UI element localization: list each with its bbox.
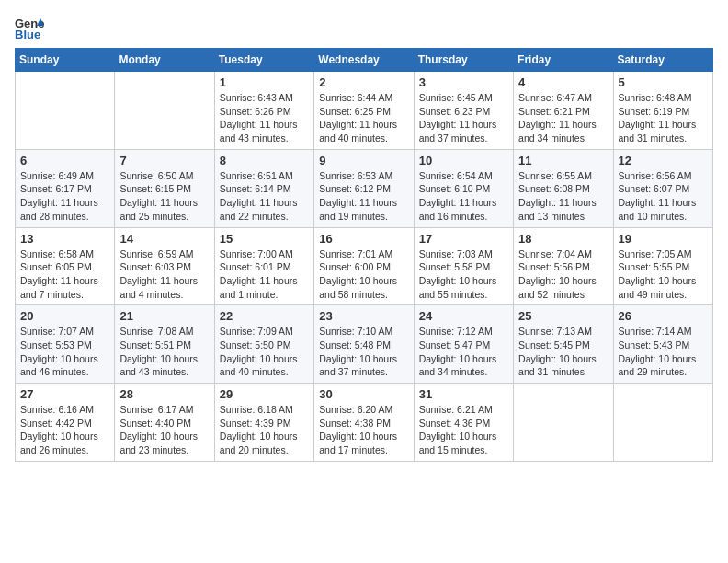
day-info: Sunrise: 6:44 AMSunset: 6:25 PMDaylight:… [319, 91, 408, 145]
day-number: 11 [518, 154, 608, 167]
calendar-cell: 16Sunrise: 7:01 AMSunset: 6:00 PMDayligh… [314, 227, 414, 305]
calendar-cell: 3Sunrise: 6:45 AMSunset: 6:23 PMDaylight… [414, 72, 513, 150]
day-number: 2 [319, 75, 408, 89]
day-number: 30 [319, 387, 408, 401]
day-number: 5 [619, 75, 708, 89]
day-number: 12 [619, 154, 708, 167]
day-number: 14 [119, 232, 209, 246]
day-number: 18 [518, 232, 608, 246]
calendar-cell: 26Sunrise: 7:14 AMSunset: 5:43 PMDayligh… [613, 305, 712, 384]
day-number: 7 [119, 154, 209, 167]
column-header-tuesday: Tuesday [214, 49, 313, 72]
day-info: Sunrise: 7:03 AMSunset: 5:58 PMDaylight:… [419, 247, 508, 302]
calendar-cell: 10Sunrise: 6:54 AMSunset: 6:10 PMDayligh… [414, 149, 513, 227]
calendar-cell: 19Sunrise: 7:05 AMSunset: 5:55 PMDayligh… [613, 227, 712, 305]
calendar-cell: 6Sunrise: 6:49 AMSunset: 6:17 PMDaylight… [16, 149, 115, 227]
day-info: Sunrise: 7:14 AMSunset: 5:43 PMDaylight:… [619, 325, 708, 379]
day-number: 28 [119, 387, 209, 401]
day-info: Sunrise: 6:20 AMSunset: 4:38 PMDaylight:… [319, 403, 408, 457]
calendar-cell: 23Sunrise: 7:10 AMSunset: 5:48 PMDayligh… [314, 305, 414, 384]
day-info: Sunrise: 6:48 AMSunset: 6:19 PMDaylight:… [619, 91, 708, 145]
day-info: Sunrise: 6:56 AMSunset: 6:07 PMDaylight:… [619, 169, 708, 224]
day-number: 19 [619, 232, 708, 246]
column-header-sunday: Sunday [16, 49, 115, 72]
calendar-cell: 27Sunrise: 6:16 AMSunset: 4:42 PMDayligh… [16, 384, 115, 462]
calendar-cell: 9Sunrise: 6:53 AMSunset: 6:12 PMDaylight… [314, 149, 414, 227]
day-info: Sunrise: 6:49 AMSunset: 6:17 PMDaylight:… [20, 169, 109, 224]
calendar-cell: 31Sunrise: 6:21 AMSunset: 4:36 PMDayligh… [414, 384, 513, 462]
day-info: Sunrise: 6:53 AMSunset: 6:12 PMDaylight:… [319, 169, 408, 224]
calendar-header-row: SundayMondayTuesdayWednesdayThursdayFrid… [16, 49, 713, 72]
day-number: 8 [220, 154, 309, 167]
calendar-cell [613, 384, 712, 462]
svg-text:Blue: Blue [15, 28, 40, 40]
day-info: Sunrise: 6:16 AMSunset: 4:42 PMDaylight:… [20, 403, 109, 457]
calendar-cell: 8Sunrise: 6:51 AMSunset: 6:14 PMDaylight… [214, 149, 313, 227]
day-info: Sunrise: 6:58 AMSunset: 6:05 PMDaylight:… [20, 247, 109, 302]
calendar-cell: 7Sunrise: 6:50 AMSunset: 6:15 PMDaylight… [115, 149, 214, 227]
day-number: 21 [119, 309, 209, 323]
calendar-cell: 17Sunrise: 7:03 AMSunset: 5:58 PMDayligh… [414, 227, 513, 305]
day-number: 15 [220, 232, 309, 246]
calendar-cell [514, 384, 613, 462]
calendar-cell: 1Sunrise: 6:43 AMSunset: 6:26 PMDaylight… [214, 72, 313, 150]
column-header-friday: Friday [514, 49, 613, 72]
calendar-cell: 13Sunrise: 6:58 AMSunset: 6:05 PMDayligh… [16, 227, 115, 305]
column-header-saturday: Saturday [613, 49, 712, 72]
day-number: 16 [319, 232, 408, 246]
calendar-cell: 30Sunrise: 6:20 AMSunset: 4:38 PMDayligh… [314, 384, 414, 462]
calendar-cell: 20Sunrise: 7:07 AMSunset: 5:53 PMDayligh… [16, 305, 115, 384]
day-info: Sunrise: 6:55 AMSunset: 6:08 PMDaylight:… [518, 169, 608, 224]
calendar-cell: 25Sunrise: 7:13 AMSunset: 5:45 PMDayligh… [514, 305, 613, 384]
day-info: Sunrise: 7:01 AMSunset: 6:00 PMDaylight:… [319, 247, 408, 302]
calendar-cell [16, 72, 115, 150]
day-info: Sunrise: 6:43 AMSunset: 6:26 PMDaylight:… [220, 91, 309, 145]
calendar-week-3: 13Sunrise: 6:58 AMSunset: 6:05 PMDayligh… [16, 227, 713, 305]
day-number: 25 [518, 309, 608, 323]
day-info: Sunrise: 6:21 AMSunset: 4:36 PMDaylight:… [419, 403, 508, 457]
day-number: 1 [220, 75, 309, 89]
day-number: 6 [20, 154, 109, 167]
calendar-cell: 2Sunrise: 6:44 AMSunset: 6:25 PMDaylight… [314, 72, 414, 150]
calendar-week-5: 27Sunrise: 6:16 AMSunset: 4:42 PMDayligh… [16, 384, 713, 462]
day-info: Sunrise: 6:50 AMSunset: 6:15 PMDaylight:… [119, 169, 209, 224]
day-info: Sunrise: 7:08 AMSunset: 5:51 PMDaylight:… [119, 325, 209, 379]
calendar-cell [115, 72, 214, 150]
day-number: 24 [419, 309, 508, 323]
day-number: 22 [220, 309, 309, 323]
day-number: 17 [419, 232, 508, 246]
column-header-wednesday: Wednesday [314, 49, 414, 72]
day-info: Sunrise: 6:18 AMSunset: 4:39 PMDaylight:… [220, 403, 309, 457]
calendar-cell: 24Sunrise: 7:12 AMSunset: 5:47 PMDayligh… [414, 305, 513, 384]
calendar-cell: 12Sunrise: 6:56 AMSunset: 6:07 PMDayligh… [613, 149, 712, 227]
day-number: 23 [319, 309, 408, 323]
day-info: Sunrise: 7:10 AMSunset: 5:48 PMDaylight:… [319, 325, 408, 379]
day-info: Sunrise: 6:59 AMSunset: 6:03 PMDaylight:… [119, 247, 209, 302]
column-header-thursday: Thursday [414, 49, 513, 72]
calendar-cell: 22Sunrise: 7:09 AMSunset: 5:50 PMDayligh… [214, 305, 313, 384]
logo: General Blue [15, 15, 48, 40]
day-info: Sunrise: 7:05 AMSunset: 5:55 PMDaylight:… [619, 247, 708, 302]
day-number: 9 [319, 154, 408, 167]
calendar-cell: 5Sunrise: 6:48 AMSunset: 6:19 PMDaylight… [613, 72, 712, 150]
day-number: 10 [419, 154, 508, 167]
day-number: 13 [20, 232, 109, 246]
day-number: 4 [518, 75, 608, 89]
calendar-cell: 28Sunrise: 6:17 AMSunset: 4:40 PMDayligh… [115, 384, 214, 462]
calendar-cell: 29Sunrise: 6:18 AMSunset: 4:39 PMDayligh… [214, 384, 313, 462]
calendar-week-1: 1Sunrise: 6:43 AMSunset: 6:26 PMDaylight… [16, 72, 713, 150]
column-header-monday: Monday [115, 49, 214, 72]
day-info: Sunrise: 6:45 AMSunset: 6:23 PMDaylight:… [419, 91, 508, 145]
day-number: 27 [20, 387, 109, 401]
day-info: Sunrise: 6:51 AMSunset: 6:14 PMDaylight:… [220, 169, 309, 224]
calendar-cell: 11Sunrise: 6:55 AMSunset: 6:08 PMDayligh… [514, 149, 613, 227]
day-info: Sunrise: 7:00 AMSunset: 6:01 PMDaylight:… [220, 247, 309, 302]
day-info: Sunrise: 7:12 AMSunset: 5:47 PMDaylight:… [419, 325, 508, 379]
day-info: Sunrise: 6:54 AMSunset: 6:10 PMDaylight:… [419, 169, 508, 224]
calendar-table: SundayMondayTuesdayWednesdayThursdayFrid… [15, 48, 713, 462]
calendar-week-4: 20Sunrise: 7:07 AMSunset: 5:53 PMDayligh… [16, 305, 713, 384]
page-header: General Blue [15, 15, 713, 40]
day-number: 26 [619, 309, 708, 323]
calendar-cell: 14Sunrise: 6:59 AMSunset: 6:03 PMDayligh… [115, 227, 214, 305]
day-info: Sunrise: 7:09 AMSunset: 5:50 PMDaylight:… [220, 325, 309, 379]
